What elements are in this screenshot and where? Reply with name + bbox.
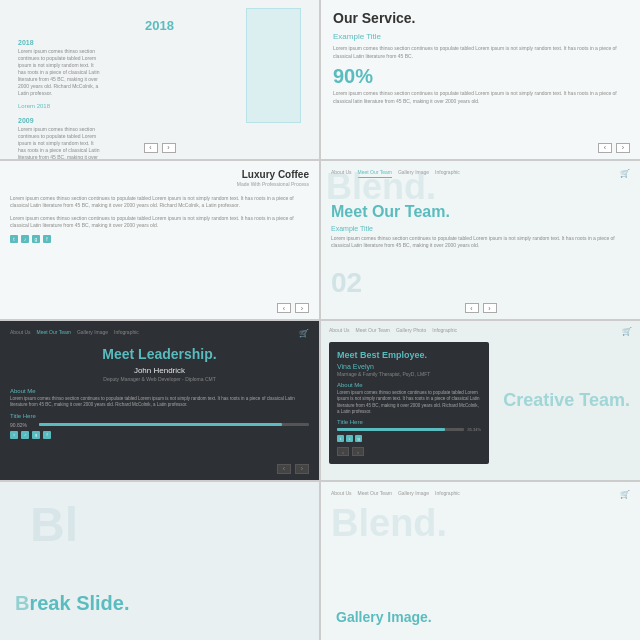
cell5-facebook-icon[interactable]: f [43, 431, 51, 439]
cell4-nav-right[interactable]: › [483, 303, 497, 313]
cell6-title-rest: eet Best Employee. [345, 350, 428, 360]
cell5-nav-right[interactable]: › [295, 464, 309, 474]
cell6-nav-right[interactable]: › [352, 447, 364, 456]
cell6-skill-row: 85.34% [337, 427, 481, 432]
cell2-nav-left[interactable]: ‹ [598, 143, 612, 153]
cell6-twitter-icon[interactable]: t [337, 435, 344, 442]
cell3-nav-left[interactable]: ‹ [277, 303, 291, 313]
cell4-tiny1: Lorem ipsum comes thinso section continu… [331, 235, 630, 249]
cell8-gallery-rest: allery Image. [347, 609, 432, 625]
cell5-google-icon[interactable]: g [32, 431, 40, 439]
cell4-nav-infographic[interactable]: Infographic [435, 169, 460, 178]
cell5-nav-infographic[interactable]: Infographic [114, 329, 139, 338]
cell5-tiny1: Lorem ipsum comes thinso section continu… [10, 396, 309, 409]
cell-break-slide: Bl Break Slide. [0, 482, 319, 641]
cell2-tiny2: Lorem ipsum comes thinso section continu… [333, 90, 628, 105]
cell6-nav-gallery[interactable]: Gallery Photo [396, 327, 426, 336]
cell8-navbar: About Us Meet Our Team Gallery Image Inf… [331, 490, 630, 499]
cell5-nav-about[interactable]: About Us [10, 329, 31, 338]
cell5-music-icon[interactable]: ♪ [21, 431, 29, 439]
cell7-break-title: Break Slide. [15, 592, 130, 615]
cell6-card-title: Meet Best Employee. [337, 350, 481, 360]
cell-our-service: Our Service. Example Title Lorem ipsum c… [321, 0, 640, 159]
cell3-title: Luxury Coffee [10, 169, 309, 180]
cell6-nav-left[interactable]: ‹ [337, 447, 349, 456]
cell-best-employee: About Us Meet Our Team Gallery Photo Inf… [321, 321, 640, 480]
cell8-gallery-g: G [336, 609, 347, 625]
cell6-about-title: About Me [337, 382, 481, 388]
cell6-card: Meet Best Employee. Vina Evelyn Marriage… [329, 342, 489, 464]
cell1-nav-left[interactable]: ‹ [144, 143, 158, 153]
cell5-nav-gallery[interactable]: Gallery Image [77, 329, 108, 338]
cell6-title-m: M [337, 350, 345, 360]
cell6-nav-infographic[interactable]: Infographic [432, 327, 457, 336]
cell6-nav-about[interactable]: About Us [329, 327, 350, 336]
cell6-nav-team[interactable]: Meet Our Team [356, 327, 390, 336]
cell4-cart-icon[interactable]: 🛒 [620, 169, 630, 178]
cell5-meet-title: Meet Leadership. [10, 346, 309, 362]
cell4-example-title: Example Title [331, 225, 630, 232]
cell3-nav: ‹ › [277, 303, 309, 313]
cell6-creative-text: Creative Team. [503, 390, 630, 411]
cell3-twitter-icon[interactable]: t [10, 235, 18, 243]
cell3-nav-right[interactable]: › [295, 303, 309, 313]
cell7-break-b: B [15, 592, 29, 614]
cell5-person-title: Deputy Manager & Web Developer - Diploma… [10, 376, 309, 382]
cell6-navbar: About Us Meet Our Team Gallery Photo Inf… [329, 327, 632, 336]
cell6-tiny1: Lorem ipsum comes thinso section continu… [337, 390, 481, 415]
cell3-subtitle: Made With Professional Process [10, 181, 309, 187]
main-grid: 2018 2018 Lorem ipsum comes thinso secti… [0, 0, 640, 640]
cell6-person-role: Marriage & Family Therapist, PsyD, LMFT [337, 371, 481, 377]
cell2-subtitle: Example Title [333, 32, 628, 41]
cell5-nav: ‹ › [277, 464, 309, 474]
cell-meet-team-light: Blend. About Us Meet Our Team Gallery Im… [321, 161, 640, 320]
cell6-person-name: Vina Evelyn [337, 363, 481, 370]
cell8-nav-infographic[interactable]: Infographic [435, 490, 460, 499]
cell6-cart-icon[interactable]: 🛒 [622, 327, 632, 336]
cell6-google-icon[interactable]: g [355, 435, 362, 442]
cell2-tiny1: Lorem ipsum comes thinso section continu… [333, 45, 628, 60]
cell4-watermark: Blend. [326, 166, 436, 208]
cell2-percent: 90% [333, 65, 628, 88]
cell3-tiny1: Lorem ipsum comes thinso section continu… [10, 195, 309, 210]
cell1-nav-right[interactable]: › [162, 143, 176, 153]
cell5-title-m: M [102, 346, 114, 362]
cell6-skill-bar-fill [337, 428, 445, 431]
cell8-nav-team[interactable]: Meet Our Team [358, 490, 392, 499]
cell5-title-here: Title Here [10, 413, 309, 419]
cell5-skill-bar-bg [39, 423, 309, 426]
cell3-tiny2: Lorem ipsum comes thinso section continu… [10, 215, 309, 230]
cell6-social: t ♪ g [337, 435, 481, 442]
cell2-nav-right[interactable]: › [616, 143, 630, 153]
cell5-skill-pct: 90.82% [10, 422, 35, 428]
cell1-tiny2: Lorem ipsum comes thinso section continu… [18, 126, 103, 159]
cell6-title-here: Title Here [337, 419, 481, 425]
cell5-title-rest: eet Leadership. [114, 346, 217, 362]
cell3-google-icon[interactable]: g [32, 235, 40, 243]
cell8-cart-icon[interactable]: 🛒 [620, 490, 630, 499]
cell4-nav-left[interactable]: ‹ [465, 303, 479, 313]
cell5-skill-bar-fill [39, 423, 282, 426]
cell5-nav-left[interactable]: ‹ [277, 464, 291, 474]
cell4-number: 02 [331, 267, 362, 299]
cell6-music-icon[interactable]: ♪ [346, 435, 353, 442]
cell6-card-nav: ‹ › [337, 447, 481, 456]
cell3-social: t ♪ g f [10, 235, 309, 243]
cell3-facebook-icon[interactable]: f [43, 235, 51, 243]
cell5-cart-icon[interactable]: 🛒 [299, 329, 309, 338]
cell5-twitter-icon[interactable]: t [10, 431, 18, 439]
cell5-about-title: About Me [10, 388, 309, 394]
cell8-nav-gallery[interactable]: Gallery Image [398, 490, 429, 499]
cell8-gallery-title: Gallery Image. [336, 609, 432, 625]
cell5-social: t ♪ g f [10, 431, 309, 439]
cell5-nav-team[interactable]: Meet Our Team [37, 329, 71, 338]
cell3-music-icon[interactable]: ♪ [21, 235, 29, 243]
cell6-layout: Meet Best Employee. Vina Evelyn Marriage… [329, 342, 632, 464]
cell7-break-rest: reak Slide. [29, 592, 129, 614]
cell5-person-name: John Hendrick [10, 366, 309, 375]
cell8-watermark: Blend. [331, 502, 447, 545]
cell8-nav-about[interactable]: About Us [331, 490, 352, 499]
cell7-watermark: Bl [30, 497, 78, 552]
cell1-nav: ‹ › [144, 143, 176, 153]
cell-timeline: 2018 2018 Lorem ipsum comes thinso secti… [0, 0, 319, 159]
